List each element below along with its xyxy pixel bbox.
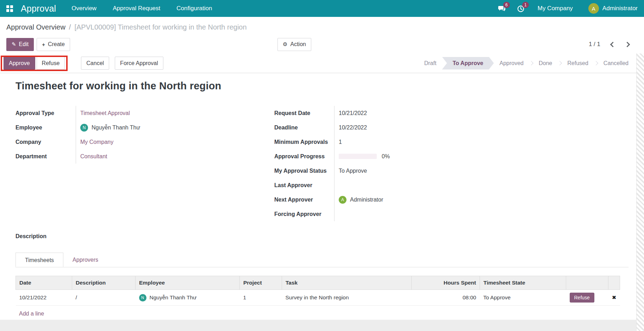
status-step-draft[interactable]: Draft (419, 57, 442, 70)
field-forcing-approver: Forcing Approver (274, 207, 521, 221)
cell-description[interactable]: / (72, 290, 136, 306)
column-delete (608, 276, 620, 290)
field-department: Department Consultant (15, 149, 274, 164)
company-switcher[interactable]: My Company (538, 5, 573, 12)
field-company: Company My Company (15, 135, 274, 149)
tab-timesheets[interactable]: Timesheets (15, 253, 63, 267)
cancel-button[interactable]: Cancel (81, 57, 109, 70)
gear-icon: ⚙ (283, 41, 287, 47)
statusbar: Draft To Approve Approved Done Refused C… (419, 57, 634, 70)
form-sheet: Timesheet for working in the North regio… (0, 80, 644, 322)
cell-date[interactable]: 10/21/2022 (16, 290, 72, 306)
create-button[interactable]: + Create (37, 38, 70, 51)
add-a-line-link[interactable]: Add a line (19, 311, 44, 317)
delete-row-icon[interactable]: ✖ (612, 294, 617, 300)
timesheets-table: Date Description Employee Project Task H… (15, 276, 620, 306)
table-row[interactable]: 10/21/2022 / N Nguyễn Thanh Thư 1 Survey… (16, 290, 620, 306)
field-groups: Approval Type Timesheet Approval Employe… (15, 106, 629, 221)
vertical-scrollbar[interactable] (636, 53, 644, 331)
messages-icon[interactable]: 6 (498, 4, 506, 13)
cell-timesheet-state[interactable]: To Approve (480, 290, 566, 306)
status-step-cancelled[interactable]: Cancelled (598, 57, 634, 70)
field-request-date: Request Date 10/21/2022 (274, 106, 521, 120)
user-menu[interactable]: A Administrator (588, 3, 638, 14)
activities-icon[interactable]: 1 (517, 4, 525, 13)
activities-badge: 1 (522, 2, 529, 8)
breadcrumb-current: [APVL00009] Timesheet for working in the… (74, 23, 246, 31)
status-separator-icon (557, 61, 562, 65)
cell-hours-spent[interactable]: 08:00 (412, 290, 480, 306)
progress-percent: 0% (382, 153, 390, 160)
column-description[interactable]: Description (72, 276, 136, 290)
systray: 6 1 My Company A Administrator (498, 3, 638, 14)
pencil-icon: ✎ (12, 41, 16, 47)
column-project[interactable]: Project (240, 276, 282, 290)
department-link[interactable]: Consultant (76, 149, 274, 164)
page-background-bottom (0, 320, 644, 331)
pager: 1 / 1 (589, 41, 638, 48)
plus-icon: + (42, 42, 45, 47)
action-button[interactable]: ⚙ Action (277, 38, 311, 51)
row-refuse-button[interactable]: Refuse (570, 293, 594, 303)
progress-bar (339, 154, 377, 159)
column-hours-spent[interactable]: Hours Spent (412, 276, 480, 290)
right-field-group: Request Date 10/21/2022 Deadline 10/22/2… (274, 106, 521, 221)
table-header-row: Date Description Employee Project Task H… (16, 276, 620, 290)
user-name: Administrator (602, 5, 638, 12)
app-window: Approval Overview Approval Request Confi… (0, 0, 644, 331)
pager-previous-icon[interactable] (610, 42, 616, 47)
column-action (566, 276, 608, 290)
employee-avatar: N (80, 124, 88, 132)
record-title: Timesheet for working in the North regio… (15, 80, 629, 92)
description-label: Description (15, 233, 629, 240)
status-step-done[interactable]: Done (533, 57, 558, 70)
status-step-to-approve[interactable]: To Approve (442, 57, 494, 70)
approval-type-link[interactable]: Timesheet Approval (76, 106, 274, 120)
field-employee: Employee N Nguyễn Thanh Thư (15, 120, 274, 135)
apps-grid-icon[interactable] (6, 5, 13, 12)
breadcrumb-parent-link[interactable]: Approval Overview (6, 23, 65, 31)
left-field-group: Approval Type Timesheet Approval Employe… (15, 106, 274, 221)
field-last-approver: Last Approver (274, 178, 521, 192)
row-employee-avatar: N (139, 294, 146, 301)
form-status-row: Approve Refuse Cancel Force Approval Dra… (0, 53, 644, 73)
cell-action: Refuse (566, 290, 608, 306)
cell-project[interactable]: 1 (240, 290, 282, 306)
user-avatar: A (588, 3, 599, 14)
notebook: Timesheets Approvers Date Description Em… (15, 253, 629, 322)
column-employee[interactable]: Employee (136, 276, 240, 290)
pager-value[interactable]: 1 / 1 (589, 41, 600, 48)
cell-employee[interactable]: N Nguyễn Thanh Thư (136, 290, 240, 306)
breadcrumb: Approval Overview / [APVL00009] Timeshee… (0, 17, 644, 35)
field-approval-type: Approval Type Timesheet Approval (15, 106, 274, 120)
column-task[interactable]: Task (282, 276, 412, 290)
edit-button[interactable]: ✎ Edit (6, 38, 34, 51)
field-next-approver: Next Approver A Administrator (274, 192, 521, 207)
main-menu: Overview Approval Request Configuration (71, 0, 212, 17)
breadcrumb-separator: / (69, 23, 71, 31)
cell-delete: ✖ (608, 290, 620, 306)
app-title: Approval (21, 4, 56, 14)
force-approval-button[interactable]: Force Approval (115, 57, 163, 70)
status-step-approved[interactable]: Approved (494, 57, 530, 70)
refuse-button[interactable]: Refuse (37, 57, 65, 70)
control-panel: ✎ Edit + Create ⚙ Action 1 / 1 (0, 35, 644, 53)
menu-approval-request[interactable]: Approval Request (113, 0, 160, 17)
field-my-approval-status: My Approval Status To Approve (274, 164, 521, 178)
approve-button[interactable]: Approve (4, 57, 35, 70)
company-link[interactable]: My Company (76, 135, 274, 149)
menu-overview[interactable]: Overview (71, 0, 96, 17)
messages-badge: 6 (503, 2, 510, 8)
employee-name: Nguyễn Thanh Thư (92, 125, 140, 131)
top-navbar: Approval Overview Approval Request Confi… (0, 0, 644, 17)
column-date[interactable]: Date (16, 276, 72, 290)
status-separator-icon (594, 61, 598, 65)
status-step-refused[interactable]: Refused (562, 57, 594, 70)
next-approver-avatar: A (339, 196, 346, 204)
pager-next-icon[interactable] (625, 42, 630, 47)
cell-task[interactable]: Survey in the North region (282, 290, 412, 306)
field-approval-progress: Approval Progress 0% (274, 149, 521, 164)
menu-configuration[interactable]: Configuration (176, 0, 212, 17)
tab-approvers[interactable]: Approvers (63, 253, 107, 267)
column-timesheet-state[interactable]: Timesheet State (480, 276, 566, 290)
